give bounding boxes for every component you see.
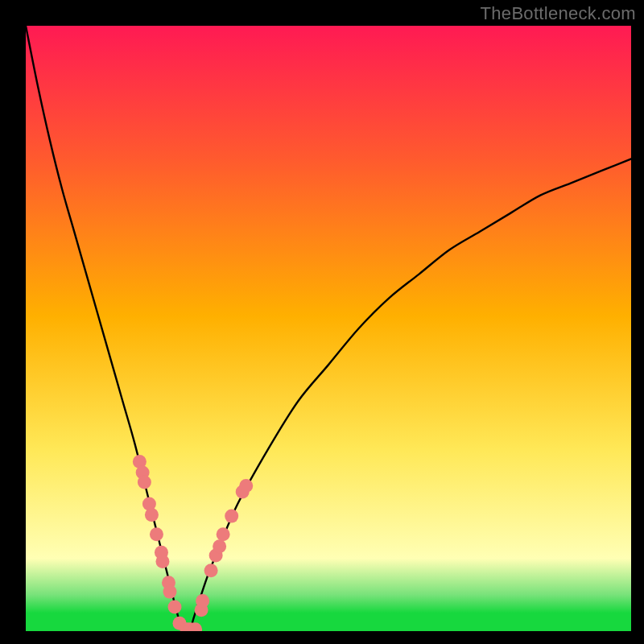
data-point (239, 479, 253, 493)
highlighted-points (133, 455, 253, 631)
plot-area (26, 26, 631, 631)
chart-stage: TheBottleneck.com (0, 0, 644, 644)
bottleneck-curve (26, 26, 631, 631)
data-point (150, 527, 163, 541)
data-point (145, 508, 159, 522)
data-point (204, 564, 218, 577)
data-point (213, 539, 226, 553)
data-point (163, 585, 176, 599)
data-point (167, 600, 181, 613)
data-point (196, 594, 209, 608)
data-point (155, 555, 169, 568)
chart-overlay (26, 26, 631, 631)
data-point (217, 527, 230, 541)
watermark-text: TheBottleneck.com (481, 3, 636, 24)
data-point (138, 476, 151, 489)
data-point (225, 510, 238, 523)
